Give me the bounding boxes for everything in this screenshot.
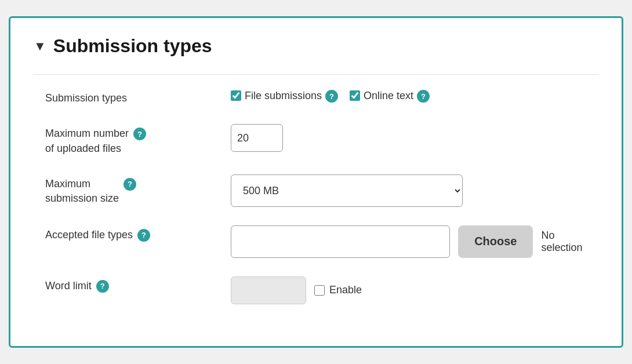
submission-types-controls: File submissions ? Online text ? xyxy=(231,89,598,103)
word-limit-help-icon[interactable]: ? xyxy=(96,280,109,293)
online-text-checkbox[interactable] xyxy=(350,90,360,101)
max-files-label: Maximum numberof uploaded files xyxy=(45,126,129,155)
section-title: Submission types xyxy=(53,35,212,57)
submission-types-label: Submission types xyxy=(45,91,127,105)
file-submissions-checkbox-item[interactable]: File submissions ? xyxy=(231,89,338,103)
online-text-help-icon[interactable]: ? xyxy=(417,90,430,103)
accepted-types-row: Accepted file types ? Choose No selectio… xyxy=(34,225,598,258)
submission-types-row: Submission types File submissions ? Onli… xyxy=(34,89,598,105)
choose-button[interactable]: Choose xyxy=(458,225,533,258)
enable-checkbox[interactable] xyxy=(314,285,325,296)
word-limit-controls: Enable xyxy=(231,276,598,304)
enable-label: Enable xyxy=(329,284,362,296)
max-size-row: Maximumsubmission size ? 500 MB 100 MB 5… xyxy=(34,174,598,207)
max-files-row: Maximum numberof uploaded files ? xyxy=(34,124,598,155)
accepted-types-label: Accepted file types xyxy=(45,228,133,242)
max-size-label-col: Maximumsubmission size ? xyxy=(45,174,231,206)
file-submissions-label: File submissions xyxy=(245,90,322,102)
accepted-types-input[interactable] xyxy=(231,225,450,258)
max-size-controls: 500 MB 100 MB 50 MB 10 MB 2 MB 1 MB No l… xyxy=(231,174,598,207)
divider xyxy=(34,74,598,75)
section-header: ▼ Submission types xyxy=(34,35,598,57)
word-limit-input[interactable] xyxy=(231,276,306,304)
word-limit-row: Word limit ? Enable xyxy=(34,276,598,304)
accepted-types-label-col: Accepted file types ? xyxy=(45,225,231,242)
submission-types-card: ▼ Submission types Submission types File… xyxy=(9,16,623,348)
online-text-checkbox-item[interactable]: Online text ? xyxy=(350,89,430,103)
accepted-types-controls: Choose No selection xyxy=(231,225,598,258)
word-limit-label: Word limit xyxy=(45,279,92,293)
max-files-help-icon[interactable]: ? xyxy=(133,128,146,140)
max-files-label-col: Maximum numberof uploaded files ? xyxy=(45,124,231,155)
online-text-label: Online text xyxy=(364,90,413,102)
chevron-icon[interactable]: ▼ xyxy=(34,39,46,54)
word-limit-label-col: Word limit ? xyxy=(45,276,231,293)
max-size-select[interactable]: 500 MB 100 MB 50 MB 10 MB 2 MB 1 MB No l… xyxy=(231,174,463,207)
no-selection-text: No selection xyxy=(541,230,598,254)
max-files-input[interactable] xyxy=(231,124,283,152)
file-submissions-help-icon[interactable]: ? xyxy=(325,90,338,103)
enable-checkbox-item[interactable]: Enable xyxy=(314,284,362,296)
max-size-label: Maximumsubmission size xyxy=(45,177,119,206)
file-submissions-checkbox[interactable] xyxy=(231,90,241,101)
accepted-types-help-icon[interactable]: ? xyxy=(137,229,150,242)
submission-types-label-col: Submission types xyxy=(45,89,231,105)
checkbox-group: File submissions ? Online text ? xyxy=(231,89,430,103)
max-size-help-icon[interactable]: ? xyxy=(124,178,136,191)
max-files-controls xyxy=(231,124,598,152)
